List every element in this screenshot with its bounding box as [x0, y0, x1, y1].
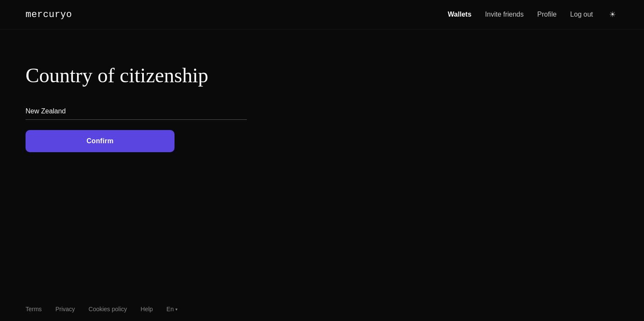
country-input-wrapper: New Zealand [26, 107, 247, 120]
footer-help[interactable]: Help [140, 306, 153, 312]
chevron-down-icon: ▾ [175, 307, 177, 312]
confirm-button[interactable]: Confirm [26, 130, 175, 152]
footer-privacy[interactable]: Privacy [55, 306, 75, 312]
language-selector[interactable]: En ▾ [166, 306, 177, 312]
language-label: En [166, 306, 174, 312]
footer-cookies[interactable]: Cookies policy [89, 306, 127, 312]
main-content: Country of citizenship New Zealand Confi… [0, 29, 644, 297]
footer: Terms Privacy Cookies policy Help En ▾ [0, 297, 644, 321]
page-title: Country of citizenship [26, 64, 618, 87]
nav-logout[interactable]: Log out [570, 11, 593, 18]
nav-profile[interactable]: Profile [537, 11, 556, 18]
nav-wallets[interactable]: Wallets [448, 11, 471, 18]
nav-invite-friends[interactable]: Invite friends [485, 11, 524, 18]
theme-toggle-icon[interactable]: ☀ [607, 9, 618, 20]
country-value: New Zealand [26, 107, 247, 120]
logo: mercuryo [26, 9, 72, 20]
footer-terms[interactable]: Terms [26, 306, 42, 312]
nav: Wallets Invite friends Profile Log out ☀ [448, 9, 618, 20]
header: mercuryo Wallets Invite friends Profile … [0, 0, 644, 29]
